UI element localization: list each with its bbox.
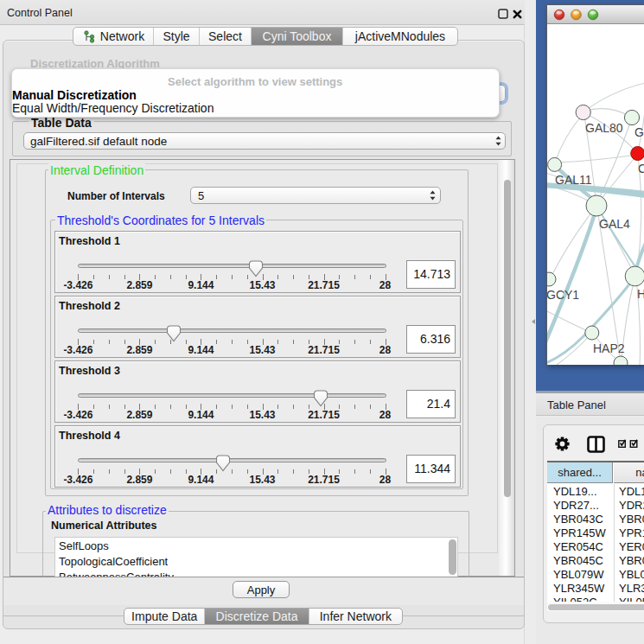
svg-text:GAL4: GAL4 (599, 217, 630, 231)
svg-text:GA: GA (634, 125, 644, 139)
svg-text:HAP2: HAP2 (593, 341, 625, 355)
svg-text:GAL11: GAL11 (555, 173, 592, 187)
svg-text:HI: HI (637, 287, 644, 301)
svg-text:GAL80: GAL80 (585, 121, 623, 135)
svg-text:CY: CY (638, 162, 644, 175)
svg-text:GCY1: GCY1 (547, 288, 579, 302)
